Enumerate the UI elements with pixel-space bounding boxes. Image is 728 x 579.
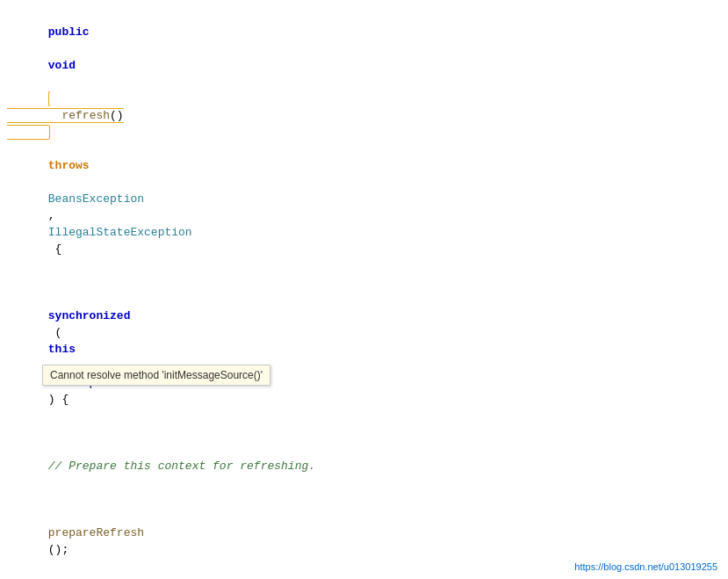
- type-illegal-state: IllegalStateException: [48, 226, 192, 239]
- keyword-throws: throws: [48, 159, 90, 172]
- keyword-synchronized: synchronized: [48, 309, 131, 322]
- comment-prepare: // Prepare this context for refreshing.: [48, 460, 315, 473]
- code-line-3: // Prepare this context for refreshing.: [0, 424, 728, 491]
- watermark: https://blog.csdn.net/u013019255: [574, 561, 717, 572]
- method-refresh-box: refresh(): [7, 91, 124, 140]
- code-line-1: public void refresh() throws BeansExcept…: [0, 7, 728, 274]
- code-line-2: synchronized ( this . startupShutdownMon…: [0, 274, 728, 424]
- keyword-void: void: [48, 59, 76, 72]
- tooltip-text: Cannot resolve method 'initMessageSource…: [50, 369, 263, 381]
- error-tooltip: Cannot resolve method 'initMessageSource…: [42, 365, 270, 386]
- method-prepare-refresh: prepareRefresh: [48, 526, 144, 539]
- code-editor: public void refresh() throws BeansExcept…: [0, 0, 728, 579]
- type-beans-exception: BeansException: [48, 192, 144, 206]
- method-refresh: refresh: [61, 109, 110, 122]
- keyword-this: this: [48, 343, 76, 356]
- code-line-5: // Tell the subclass to refresh the inte…: [0, 575, 728, 579]
- keyword-public: public: [48, 25, 90, 39]
